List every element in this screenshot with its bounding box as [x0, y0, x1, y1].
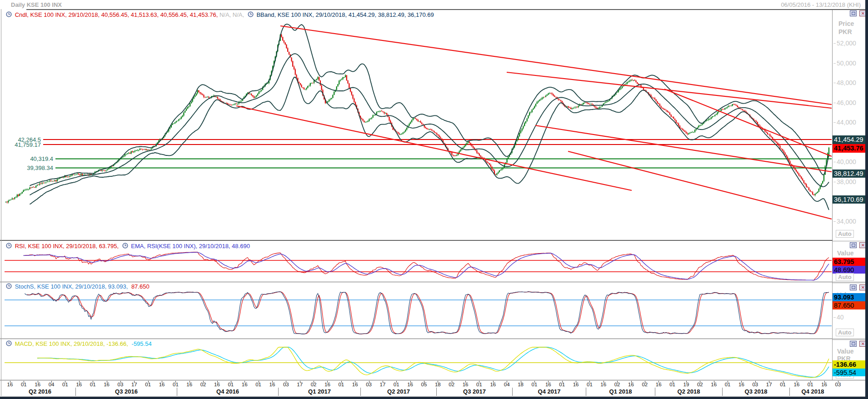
day-tick: 16 — [600, 382, 606, 387]
day-tick: 01 — [587, 382, 593, 387]
day-tick: 16 — [269, 382, 275, 387]
restore-icon[interactable] — [850, 284, 857, 290]
day-tick: 16 — [711, 382, 717, 387]
collapse-clock-icon[interactable] — [6, 11, 12, 17]
day-tick: 02 — [311, 382, 317, 387]
macd-panel-controls: ✕ — [849, 341, 866, 349]
price-tick-label: 44,000 — [833, 119, 865, 126]
quarter-label: Q2 2016 — [5, 388, 75, 396]
day-tick: 16 — [324, 382, 330, 387]
quarter-label: Q3 2017 — [436, 388, 512, 396]
day-tick: 16 — [545, 382, 551, 387]
day-tick: 01 — [559, 382, 565, 387]
day-tick: 02 — [200, 382, 206, 387]
price-axis-title: Price — [838, 20, 854, 27]
window-left-border — [1, 0, 1, 399]
price-tick-label: 40,000 — [833, 158, 865, 165]
day-tick: 01 — [669, 382, 675, 387]
rsi-axis-title: Value — [837, 249, 854, 257]
day-tick: 02 — [614, 382, 620, 387]
stoch-auto-button[interactable]: Auto — [836, 329, 854, 336]
day-tick: 16 — [76, 382, 82, 387]
day-tick: 01 — [90, 382, 96, 387]
title-divider — [26, 9, 865, 10]
rsi-value-badge: 63.795 — [833, 258, 866, 266]
day-tick: 01 — [173, 382, 179, 387]
day-tick: 16 — [821, 382, 827, 387]
day-tick: 16 — [35, 382, 40, 387]
day-tick: 16 — [159, 382, 165, 387]
legend-macd: MACD, KSE 100 INX, 29/10/2018, -136.66, — [15, 340, 128, 347]
day-tick: 16 — [352, 382, 358, 387]
hline-label: 40,319.4 — [2, 155, 53, 162]
collapse-clock-icon[interactable] — [6, 283, 12, 289]
price-tick-label: 38,000 — [833, 178, 865, 185]
day-tick: 01 — [62, 382, 68, 387]
price-tick-label: 48,000 — [833, 79, 865, 86]
day-tick: 01 — [228, 382, 234, 387]
last-price-badge: 41,453.76 — [833, 144, 866, 153]
collapse-clock-icon[interactable] — [6, 243, 12, 249]
restore-icon[interactable] — [850, 341, 857, 347]
hline-label: 41,759.17 — [2, 141, 41, 148]
day-tick: 01 — [808, 382, 813, 387]
legend-rsi: RSI, KSE 100 INX, 29/10/2018, 63.795, — [15, 243, 119, 249]
day-tick: 16 — [463, 382, 469, 387]
quarter-label: Q1 2018 — [586, 388, 655, 396]
panel-separator — [0, 240, 833, 241]
day-tick: 16 — [628, 382, 634, 387]
macd-value-badge: -136.66 — [833, 360, 866, 369]
day-tick: 16 — [104, 382, 110, 387]
panel-separator — [0, 339, 833, 339]
day-tick: 16 — [490, 382, 496, 387]
day-tick: 17 — [131, 382, 137, 387]
legend-na: N/A, N/A, — [219, 11, 244, 18]
stoch-tick-40: 40 — [833, 314, 865, 321]
date-range-label: 06/05/2016 - 13/12/2018 (KHI) — [781, 1, 861, 8]
legend-bband: BBand, KSE 100 INX, 29/10/2018, 41,454.2… — [256, 11, 434, 18]
hline-label: 39,398.34 — [2, 165, 53, 171]
legend-cndl: Cndl, KSE 100 INX, 29/10/2018, 40,556.45… — [15, 11, 218, 18]
day-tick: 18 — [518, 382, 524, 387]
day-tick: 01 — [338, 382, 344, 387]
restore-icon[interactable] — [850, 242, 857, 248]
rsi-auto-button[interactable]: Auto — [836, 273, 854, 281]
day-tick: 16 — [214, 382, 220, 387]
price-tick-label: 34,000 — [833, 218, 865, 225]
collapse-clock-icon[interactable] — [248, 11, 254, 17]
price-auto-button[interactable]: Auto — [836, 230, 854, 238]
day-tick: 17 — [379, 382, 385, 387]
bband-lower-badge: 36,170.69 — [833, 195, 866, 204]
day-tick: 16 — [656, 382, 662, 387]
day-tick: 01 — [145, 382, 151, 387]
day-tick: 16 — [738, 382, 744, 387]
window-right-border — [865, 0, 868, 399]
bband-middle-badge: 38,812.49 — [833, 170, 866, 178]
restore-icon[interactable] — [850, 10, 857, 16]
quarter-label: Q3 2016 — [75, 388, 177, 396]
collapse-clock-icon[interactable] — [122, 243, 128, 249]
chart-title: Daily KSE 100 INX — [11, 1, 62, 8]
day-tick: 16 — [186, 382, 192, 387]
day-tick: 04 — [504, 382, 510, 387]
stoch-k-badge: 93.093 — [833, 293, 866, 301]
legend-stoch: StochS, KSE 100 INX, 29/10/2018, 93.093, — [15, 283, 128, 290]
day-tick: 19 — [683, 382, 689, 387]
day-tick: 16 — [573, 382, 579, 387]
quarter-label: Q4 2016 — [177, 388, 278, 396]
day-tick: 01 — [255, 382, 261, 387]
legend-rsi-ema: EMA, RSI(KSE 100 INX), 29/10/2018, 48.69… — [131, 243, 250, 249]
bband-upper-badge: 41,454.29 — [833, 135, 866, 144]
day-tick: 02 — [697, 382, 703, 387]
window-bottom-border — [0, 397, 868, 399]
quarter-label: Q3 2018 — [722, 388, 789, 396]
panel-separator — [0, 282, 833, 282]
quarter-label: Q4 2017 — [512, 388, 586, 396]
day-tick: 03 — [835, 382, 841, 387]
day-tick: 03 — [118, 382, 124, 387]
quarter-label: Q4 2018 — [789, 388, 836, 396]
chart-canvas[interactable] — [0, 0, 833, 380]
quarter-label: Q2 2018 — [655, 388, 722, 396]
collapse-clock-icon[interactable] — [6, 340, 12, 346]
day-tick: 04 — [49, 382, 55, 387]
